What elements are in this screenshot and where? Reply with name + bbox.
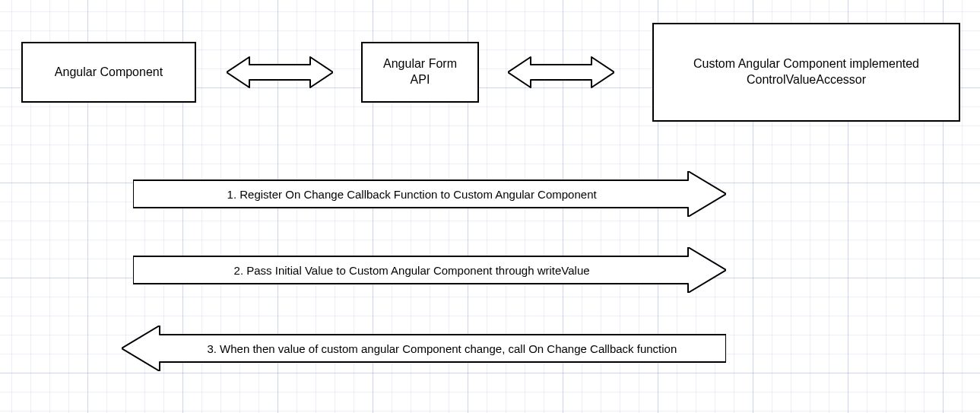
box-angular-form-api-label: Angular Form API [383, 56, 457, 88]
step-arrow-3: 3. When then value of custom angular Com… [122, 326, 726, 371]
box-custom-component: Custom Angular Component implemented Con… [652, 23, 960, 122]
step-arrow-2-label: 2. Pass Initial Value to Custom Angular … [234, 264, 590, 277]
step-arrow-1-label: 1. Register On Change Callback Function … [227, 188, 597, 201]
svg-marker-0 [227, 57, 333, 87]
bidirectional-arrow-icon [508, 53, 614, 91]
box-angular-form-api: Angular Form API [361, 42, 479, 103]
step-arrow-3-label: 3. When then value of custom angular Com… [207, 342, 677, 355]
step-arrow-2: 2. Pass Initial Value to Custom Angular … [133, 247, 726, 293]
box-angular-component: Angular Component [21, 42, 196, 103]
svg-marker-1 [508, 57, 614, 87]
bidirectional-arrow-icon [227, 53, 333, 91]
box-angular-component-label: Angular Component [55, 65, 163, 81]
step-arrow-1: 1. Register On Change Callback Function … [133, 171, 726, 217]
box-custom-component-label: Custom Angular Component implemented Con… [693, 56, 919, 88]
